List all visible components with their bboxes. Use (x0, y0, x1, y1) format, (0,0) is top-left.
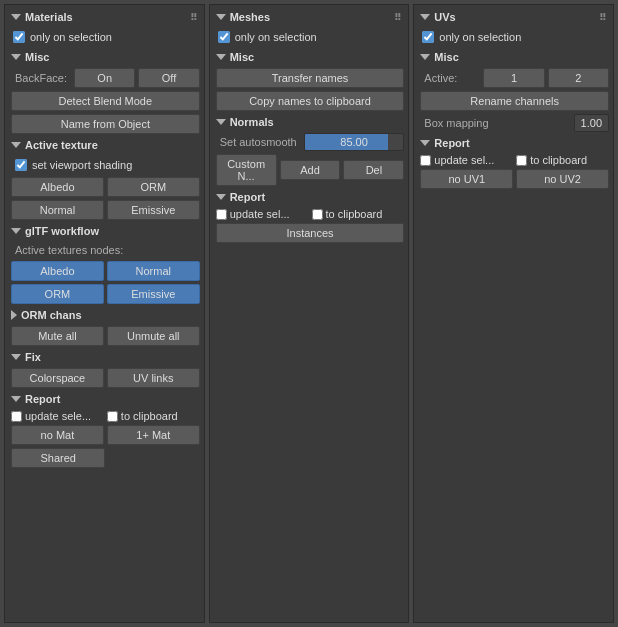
add-button[interactable]: Add (280, 160, 341, 180)
uvs-report-icon (420, 140, 430, 146)
name-from-object-button[interactable]: Name from Object (11, 114, 200, 134)
materials-update-sel-checkbox[interactable] (11, 411, 22, 422)
uvs-panel: UVs ⠿ only on selection Misc Active: 1 2… (413, 4, 614, 623)
meshes-dots: ⠿ (394, 12, 402, 23)
albedo1-button[interactable]: Albedo (11, 177, 104, 197)
gltf-header[interactable]: glTF workflow (9, 223, 200, 239)
uvs-collapse-icon (420, 14, 430, 20)
set-viewport-shading-label: set viewport shading (32, 159, 132, 171)
normals-label: Normals (230, 116, 274, 128)
emissive2-button[interactable]: Emissive (107, 284, 200, 304)
meshes-update-sel-checkbox[interactable] (216, 209, 227, 220)
materials-report-icon (11, 396, 21, 402)
materials-update-sel-label: update sele... (25, 410, 104, 422)
materials-report-label: Report (25, 393, 60, 405)
colorspace-button[interactable]: Colorspace (11, 368, 104, 388)
active-textures-nodes-label: Active textures nodes: (11, 242, 200, 258)
normal-emissive-row: Normal Emissive (11, 200, 200, 220)
materials-collapse-icon (11, 14, 21, 20)
meshes-header[interactable]: Meshes ⠿ (214, 9, 405, 25)
emissive1-button[interactable]: Emissive (107, 200, 200, 220)
uvs-misc-icon (420, 54, 430, 60)
normals-content: Set autosmooth 85.00 Custom N... Add Del (214, 133, 405, 186)
fix-header[interactable]: Fix (9, 349, 200, 365)
meshes-report-row: update sel... to clipboard (216, 208, 405, 220)
unmute-all-button[interactable]: Unmute all (107, 326, 200, 346)
gltf-label: glTF workflow (25, 225, 99, 237)
normals-header[interactable]: Normals (214, 114, 405, 130)
materials-report-header[interactable]: Report (9, 391, 200, 407)
materials-misc-header[interactable]: Misc (9, 49, 200, 65)
meshes-misc-header[interactable]: Misc (214, 49, 405, 65)
meshes-report-header[interactable]: Report (214, 189, 405, 205)
orm2-button[interactable]: ORM (11, 284, 104, 304)
orm-chans-label: ORM chans (21, 309, 82, 321)
uvs-misc-header[interactable]: Misc (418, 49, 609, 65)
meshes-panel: Meshes ⠿ only on selection Misc Transfer… (209, 4, 410, 623)
materials-panel: Materials ⠿ only on selection Misc BackF… (4, 4, 205, 623)
one-plus-mat-button[interactable]: 1+ Mat (107, 425, 200, 445)
meshes-only-on-selection-row: only on selection (214, 28, 405, 46)
mute-all-button[interactable]: Mute all (11, 326, 104, 346)
materials-misc-content: BackFace: On Off Detect Blend Mode Name … (9, 68, 200, 134)
materials-header[interactable]: Materials ⠿ (9, 9, 200, 25)
orm2-emissive2-row: ORM Emissive (11, 284, 200, 304)
backface-on-button[interactable]: On (74, 68, 135, 88)
orm1-button[interactable]: ORM (107, 177, 200, 197)
materials-only-on-selection-checkbox[interactable] (13, 31, 25, 43)
backface-off-button[interactable]: Off (138, 68, 199, 88)
custom-n-row: Custom N... Add Del (216, 154, 405, 186)
meshes-report-label: Report (230, 191, 265, 203)
mute-unmute-row: Mute all Unmute all (11, 326, 200, 346)
no-uv1-button[interactable]: no UV1 (420, 169, 513, 189)
meshes-misc-icon (216, 54, 226, 60)
albedo2-normal2-row: Albedo Normal (11, 261, 200, 281)
active-texture-icon (11, 142, 21, 148)
meshes-only-on-selection-checkbox[interactable] (218, 31, 230, 43)
active-2-button[interactable]: 2 (548, 68, 609, 88)
set-viewport-shading-checkbox[interactable] (15, 159, 27, 171)
meshes-collapse-icon (216, 14, 226, 20)
shared-button[interactable]: Shared (11, 448, 105, 468)
uv-links-button[interactable]: UV links (107, 368, 200, 388)
autosmooth-value[interactable]: 85.00 (304, 133, 405, 151)
instances-button[interactable]: Instances (216, 223, 405, 243)
box-value[interactable]: 1.00 (574, 114, 609, 132)
uvs-update-sel-checkbox[interactable] (420, 155, 431, 166)
normal1-button[interactable]: Normal (11, 200, 104, 220)
transfer-names-button[interactable]: Transfer names (216, 68, 405, 88)
gltf-content: Active textures nodes: Albedo Normal ORM… (9, 242, 200, 346)
no-mat-row: no Mat 1+ Mat (11, 425, 200, 445)
uvs-to-clipboard-label: to clipboard (530, 154, 609, 166)
normals-icon (216, 119, 226, 125)
uvs-header[interactable]: UVs ⠿ (418, 9, 609, 25)
custom-n-button[interactable]: Custom N... (216, 154, 277, 186)
uvs-misc-label: Misc (434, 51, 458, 63)
uvs-report-header[interactable]: Report (418, 135, 609, 151)
box-mapping-label: Box mapping (420, 115, 570, 131)
meshes-to-clipboard-checkbox[interactable] (312, 209, 323, 220)
albedo2-button[interactable]: Albedo (11, 261, 104, 281)
materials-misc-label: Misc (25, 51, 49, 63)
no-uv2-button[interactable]: no UV2 (516, 169, 609, 189)
meshes-update-sel-label: update sel... (230, 208, 309, 220)
orm-chans-header[interactable]: ORM chans (11, 307, 200, 323)
uvs-to-clipboard-checkbox[interactable] (516, 155, 527, 166)
meshes-to-clipboard-label: to clipboard (326, 208, 405, 220)
uvs-only-on-selection-checkbox[interactable] (422, 31, 434, 43)
active-row: Active: 1 2 (420, 68, 609, 88)
no-mat-button[interactable]: no Mat (11, 425, 104, 445)
active-label: Active: (420, 70, 480, 86)
normal2-button[interactable]: Normal (107, 261, 200, 281)
materials-to-clipboard-checkbox[interactable] (107, 411, 118, 422)
detect-blend-mode-button[interactable]: Detect Blend Mode (11, 91, 200, 111)
materials-report-row: update sele... to clipboard (11, 410, 200, 422)
copy-names-to-clipboard-button[interactable]: Copy names to clipboard (216, 91, 405, 111)
fix-label: Fix (25, 351, 41, 363)
active-1-button[interactable]: 1 (483, 68, 544, 88)
active-texture-header[interactable]: Active texture (9, 137, 200, 153)
rename-channels-button[interactable]: Rename channels (420, 91, 609, 111)
uvs-dots: ⠿ (599, 12, 607, 23)
del-button[interactable]: Del (343, 160, 404, 180)
uvs-report-content: update sel... to clipboard no UV1 no UV2 (418, 154, 609, 189)
